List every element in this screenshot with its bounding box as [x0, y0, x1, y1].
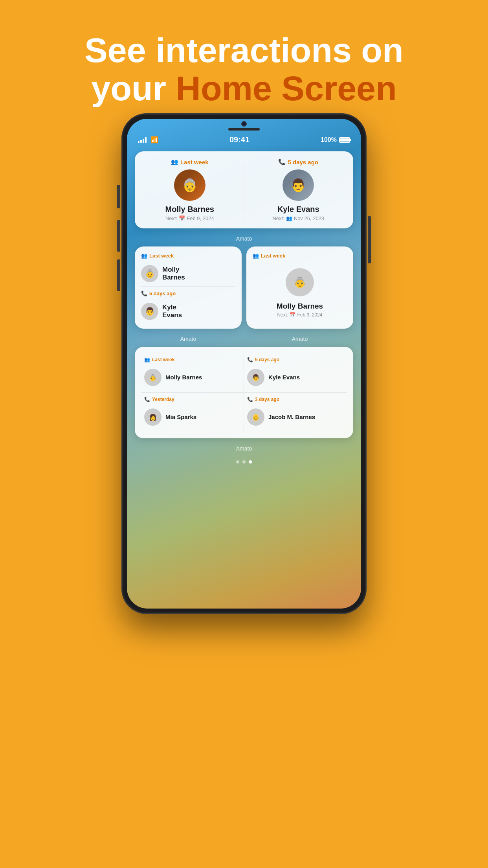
focus-avatar-wrapper: 👵: [253, 265, 347, 300]
medium-kyle-avatar: 👨: [141, 303, 158, 320]
molly-next-date: Feb 9, 2024: [187, 215, 214, 221]
header-line1: See interactions on: [0, 31, 488, 70]
kyle-avatar: 👨: [283, 169, 314, 201]
grid-mia-time: Yesterday: [152, 397, 174, 402]
kyle-avatar-emoji: 👨: [290, 178, 306, 193]
widget-medium-list-label: Amato: [135, 336, 242, 342]
calendar-icon: 📅: [179, 215, 185, 221]
grid-molly-badge: 👥 Last week: [144, 357, 240, 362]
header-your: your: [91, 69, 176, 108]
status-time: 09:41: [229, 135, 250, 144]
status-bar: 📶 09:41 100%: [127, 130, 361, 147]
header-section: See interactions on your Home Screen: [0, 0, 488, 123]
medium-list-divider: [141, 286, 235, 287]
grid-jacob-avatar: 👴: [247, 408, 264, 426]
battery-percent: 100%: [321, 136, 337, 143]
medium-kyle-row[interactable]: 👨 KyleEvans: [141, 300, 182, 322]
grid-jacob-row[interactable]: 👴 Jacob M. Barnes: [247, 406, 344, 428]
page-dots: [135, 456, 353, 467]
widget-row-medium: 👥 Last week 👵 MollyBarnes 📞 5: [135, 246, 353, 329]
focus-molly-next: Next: 📅 Feb 9, 2024: [253, 312, 347, 318]
signal-bar-1: [138, 141, 139, 143]
medium-molly-row[interactable]: 👵 MollyBarnes: [141, 263, 185, 285]
molly-time-badge: 👥 Last week: [171, 158, 209, 166]
kyle-next-date: Nov 26, 2023: [294, 215, 324, 221]
signal-bar-2: [140, 140, 142, 143]
header-line2: your Home Screen: [0, 70, 488, 108]
widget-large-contact-molly[interactable]: 👥 Last week 👵 Molly Barnes Next: 📅 Feb 9…: [142, 158, 238, 221]
medium-molly-name: MollyBarnes: [162, 266, 185, 282]
widget-divider: [244, 158, 244, 221]
molly-next-label: Next:: [165, 215, 177, 221]
grid-molly-row[interactable]: 👵 Molly Barnes: [144, 366, 240, 388]
molly-avatar: 👵: [174, 169, 205, 201]
grid-kyle-name: Kyle Evans: [268, 374, 300, 381]
widget-focus-label: Amato: [246, 336, 353, 342]
signal-bar-3: [143, 139, 144, 143]
molly-avatar-emoji: 👵: [182, 178, 198, 193]
grid-mia-icon: 📞: [144, 397, 150, 402]
kyle-badge-icon: 📞: [278, 158, 286, 166]
molly-next: Next: 📅 Feb 9, 2024: [165, 215, 214, 221]
grid-kyle-badge: 📞 5 days ago: [247, 357, 344, 362]
dot-2: [242, 460, 246, 463]
volume-up-button: [117, 220, 120, 252]
widget-large[interactable]: 👥 Last week 👵 Molly Barnes Next: 📅 Feb 9…: [135, 151, 353, 228]
medium-kyle-time: 5 days ago: [149, 291, 176, 296]
grid-cell-mia[interactable]: 📞 Yesterday 👩 Mia Sparks: [141, 393, 244, 432]
grid-mia-row[interactable]: 👩 Mia Sparks: [144, 406, 240, 428]
dot-3: [249, 460, 252, 463]
wifi-icon: 📶: [150, 136, 158, 143]
medium-kyle-name: KyleEvans: [162, 303, 182, 320]
power-button: [368, 216, 371, 263]
molly-name: Molly Barnes: [165, 205, 214, 214]
grid-jacob-time: 3 days ago: [255, 397, 279, 402]
widget-focus-molly[interactable]: 👥 Last week 👵 Molly Barnes Next: 📅: [246, 246, 353, 329]
kyle-next: Next: 👥 Nov 26, 2023: [272, 215, 324, 221]
widget-grid[interactable]: 👥 Last week 👵 Molly Barnes: [135, 347, 353, 438]
grid-cell-molly[interactable]: 👥 Last week 👵 Molly Barnes: [141, 353, 244, 393]
grid-kyle-icon: 📞: [247, 357, 253, 362]
grid-kyle-row[interactable]: 👨 Kyle Evans: [247, 366, 344, 388]
widget-large-label: Amato: [135, 235, 353, 242]
grid-molly-avatar: 👵: [144, 369, 161, 386]
medium-kyle-icon: 📞: [141, 291, 147, 296]
grid-mia-avatar: 👩: [144, 408, 161, 426]
dot-1: [236, 460, 239, 463]
focus-next-label: Next:: [277, 312, 288, 318]
medium-molly-avatar: 👵: [141, 265, 158, 282]
medium-molly-badge: 👥 Last week: [141, 253, 174, 259]
kyle-time-text: 5 days ago: [288, 159, 318, 166]
status-left: 📶: [138, 136, 158, 143]
battery-fill: [340, 138, 349, 142]
widget-large-inner: 👥 Last week 👵 Molly Barnes Next: 📅 Feb 9…: [142, 158, 346, 221]
grid-molly-time: Last week: [152, 357, 174, 362]
medium-kyle-badge: 📞 5 days ago: [141, 291, 176, 296]
focus-molly-icon: 👥: [253, 253, 259, 259]
focus-molly-avatar: 👵: [286, 268, 314, 296]
focus-molly-time: Last week: [261, 253, 285, 259]
grid-molly-name: Molly Barnes: [165, 374, 202, 381]
signal-bar-4: [145, 137, 147, 143]
focus-next-date: Feb 9, 2024: [297, 312, 322, 318]
kyle-next-icon: 👥: [286, 215, 292, 221]
widget-grid-label: Amato: [135, 445, 353, 452]
medium-molly-icon: 👥: [141, 253, 147, 259]
kyle-next-label: Next:: [272, 215, 284, 221]
focus-molly-emoji: 👵: [294, 276, 306, 289]
focus-molly-name: Molly Barnes: [253, 302, 347, 311]
medium-molly-time: Last week: [149, 253, 174, 259]
grid-kyle-time: 5 days ago: [255, 357, 279, 362]
grid-mia-badge: 📞 Yesterday: [144, 397, 240, 402]
grid-kyle-avatar: 👨: [247, 369, 264, 386]
medium-widget-labels: Amato Amato: [135, 333, 353, 342]
widget-medium-list[interactable]: 👥 Last week 👵 MollyBarnes 📞 5: [135, 246, 242, 329]
phone-screen: 📶 09:41 100%: [127, 119, 361, 609]
focus-calendar-icon: 📅: [290, 312, 295, 318]
grid-mia-name: Mia Sparks: [165, 414, 196, 421]
widget-large-contact-kyle[interactable]: 📞 5 days ago 👨 Kyle Evans Next: 👥 Nov 26…: [251, 158, 347, 221]
grid-jacob-icon: 📞: [247, 397, 253, 402]
speaker-grille: [228, 128, 260, 131]
grid-cell-jacob[interactable]: 📞 3 days ago 👴 Jacob M. Barnes: [244, 393, 347, 432]
grid-cell-kyle[interactable]: 📞 5 days ago 👨 Kyle Evans: [244, 353, 347, 393]
